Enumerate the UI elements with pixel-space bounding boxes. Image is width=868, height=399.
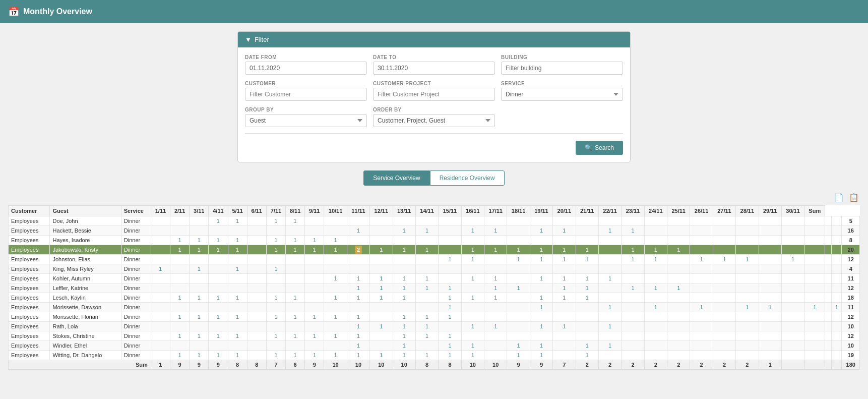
cell-customer: Employees	[9, 351, 50, 360]
cell-day	[151, 274, 170, 283]
group-by-select[interactable]: Guest	[245, 114, 367, 127]
table-row: EmployeesLeffler, KatrineDinner111111111…	[9, 283, 860, 293]
date-to-input[interactable]	[373, 62, 495, 75]
cell-day: 1	[393, 283, 415, 293]
cell-day	[247, 322, 266, 331]
cell-day	[736, 293, 759, 303]
cell-day	[825, 255, 832, 264]
cell-day	[286, 274, 305, 283]
cell-day	[804, 322, 825, 331]
cell-day: 1	[228, 293, 247, 303]
cell-day	[266, 226, 285, 236]
cell-day: 1	[370, 351, 393, 360]
cell-day: 1	[209, 312, 228, 322]
cell-day	[461, 264, 484, 274]
group-by-field: GROUP BY Guest	[245, 107, 367, 127]
cell-day	[825, 245, 832, 255]
cell-day: 1	[228, 331, 247, 341]
cell-day	[170, 274, 190, 283]
cell-day: 1	[415, 351, 438, 360]
sum-cell: 9	[507, 360, 530, 370]
cell-day	[170, 226, 190, 236]
cell-day	[759, 351, 781, 360]
cell-day	[713, 312, 735, 322]
table-container: Customer Guest Service 1/11 2/11 3/11 4/…	[8, 205, 860, 370]
cell-day	[305, 264, 324, 274]
cell-day	[736, 331, 759, 341]
cell-day	[266, 274, 285, 283]
cell-day	[247, 293, 266, 303]
cell-day	[736, 312, 759, 322]
cell-day	[804, 264, 825, 274]
customer-project-input[interactable]	[373, 88, 495, 101]
cell-day	[759, 283, 781, 293]
cell-day	[690, 283, 713, 293]
cell-day: 1	[576, 293, 598, 303]
tab-service-overview[interactable]: Service Overview	[363, 170, 429, 186]
cell-day: 1	[622, 255, 644, 264]
col-header-25: 25/11	[667, 206, 690, 216]
cell-day	[832, 226, 842, 236]
cell-day	[553, 341, 576, 351]
cell-day: 1	[347, 274, 369, 283]
cell-day	[781, 331, 804, 341]
sum-cell: 8	[439, 360, 461, 370]
cell-day	[507, 303, 530, 312]
sum-total: 180	[842, 360, 860, 370]
cell-day: 1	[461, 226, 484, 236]
customer-input[interactable]	[245, 88, 367, 101]
col-header-sum: Sum	[804, 206, 825, 216]
cell-day	[151, 245, 170, 255]
sum-cell: 10	[324, 360, 347, 370]
cell-day	[804, 236, 825, 245]
cell-day	[305, 255, 324, 264]
cell-day: 1	[286, 312, 305, 322]
cell-day	[622, 312, 644, 322]
cell-day	[781, 245, 804, 255]
cell-day	[415, 293, 438, 303]
cell-day: 1	[507, 255, 530, 264]
cell-day	[370, 216, 393, 226]
cell-day	[598, 264, 621, 274]
cell-day	[781, 312, 804, 322]
order-by-select[interactable]: Customer, Project, Guest	[373, 114, 495, 127]
cell-customer: Employees	[9, 245, 50, 255]
cell-day	[832, 264, 842, 274]
building-field: BUILDING	[501, 54, 623, 75]
cell-day	[804, 245, 825, 255]
order-by-field: ORDER BY Customer, Project, Guest	[373, 107, 495, 127]
cell-day	[530, 312, 552, 322]
cell-day	[690, 264, 713, 274]
cell-day	[347, 264, 369, 274]
copy-button[interactable]: 📋	[848, 192, 860, 203]
cell-day: 1	[324, 351, 347, 360]
cell-day	[190, 303, 209, 312]
cell-day	[576, 226, 598, 236]
cell-day	[781, 236, 804, 245]
cell-day: 1	[415, 331, 438, 341]
cell-day	[804, 331, 825, 341]
cell-day	[713, 303, 735, 312]
cell-day	[804, 351, 825, 360]
date-from-input[interactable]	[245, 62, 367, 75]
export-pdf-button[interactable]: 📄	[833, 192, 845, 203]
cell-day	[415, 341, 438, 351]
cell-day	[576, 216, 598, 226]
cell-day	[393, 216, 415, 226]
filter-icon: ▼	[245, 36, 252, 43]
cell-day	[439, 236, 461, 245]
building-input[interactable]	[501, 62, 623, 75]
tab-residence-overview[interactable]: Residence Overview	[430, 170, 505, 186]
col-header-27: 27/11	[713, 206, 735, 216]
search-button[interactable]: 🔍 Search	[576, 141, 623, 155]
cell-day	[781, 274, 804, 283]
cell-day	[324, 216, 347, 226]
cell-day	[598, 331, 621, 341]
date-to-label: DATE TO	[373, 54, 495, 60]
cell-day	[461, 216, 484, 226]
service-select[interactable]: Dinner	[501, 88, 623, 101]
cell-day: 1	[370, 245, 393, 255]
cell-day	[553, 312, 576, 322]
cell-day	[370, 303, 393, 312]
cell-day	[370, 255, 393, 264]
